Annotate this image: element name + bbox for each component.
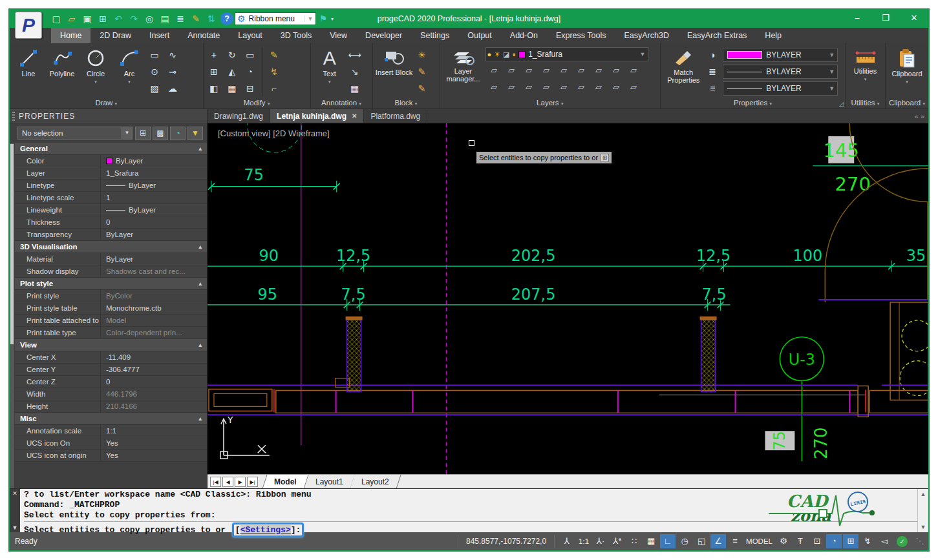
text-button[interactable]: A Text ▾ (314, 45, 346, 98)
modify-edit-icon[interactable]: ✎ (266, 47, 282, 63)
layer-tool-icon[interactable]: ▱ (520, 79, 538, 96)
linetype-combo[interactable]: BYLAYER ▼ (723, 65, 838, 79)
new-file-icon[interactable]: ▢ (50, 12, 63, 25)
maximize-button[interactable]: ❒ (871, 10, 900, 28)
panel-grip[interactable] (12, 112, 15, 121)
draw-tool-icon[interactable]: ☁ (165, 81, 180, 96)
group-label-clipboard[interactable]: Clipboard▾ (888, 98, 926, 109)
draw-tool-icon[interactable]: ⊙ (147, 64, 162, 79)
circle-button[interactable]: Circle ▾ (80, 45, 112, 98)
modify-tool-icon[interactable]: ⊞ (206, 64, 222, 79)
modify-tool-icon[interactable]: + (206, 47, 222, 63)
property-row[interactable]: Shadow display Shadows cast and rec... (15, 265, 207, 278)
layer-tool-icon[interactable]: ▱ (503, 79, 520, 96)
group-label-modify[interactable]: Modify▾ (206, 98, 308, 109)
section-header[interactable]: Misc ▴ (15, 413, 207, 425)
modify-tool-icon[interactable]: ◔ (242, 64, 258, 79)
property-row[interactable]: Color ByLayer (15, 155, 207, 167)
chevron-down-icon[interactable]: ▼ (826, 68, 837, 75)
section-header[interactable]: 3D Visualisation ▴ (15, 241, 207, 253)
group-label-properties[interactable]: Properties▾ (663, 98, 842, 109)
layer-tool-icon[interactable]: ▱ (520, 63, 538, 79)
save-all-icon[interactable]: ⊞ (96, 12, 109, 25)
scrollbar[interactable] (10, 143, 14, 488)
scroll-down-icon[interactable]: ▼ (921, 524, 926, 530)
property-row[interactable]: Height 210.4166 (15, 400, 207, 413)
chevron-down-icon[interactable]: ▼ (826, 85, 837, 92)
menu-tab[interactable]: Insert (140, 28, 178, 43)
property-tool-icon[interactable]: ≡ (705, 81, 720, 96)
group-label-block[interactable]: Block▾ (376, 98, 437, 109)
menu-tab[interactable]: Annotate (178, 28, 229, 43)
chevron-down-icon[interactable]: ▼ (826, 52, 837, 58)
minimize-button[interactable]: – (843, 10, 871, 28)
clean-screen-check-icon[interactable]: ✓ (897, 536, 908, 547)
layer-tool-icon[interactable]: ▱ (538, 63, 555, 79)
scroll-up-icon[interactable]: ▲ (921, 491, 926, 497)
collapse-icon[interactable]: ▴ (198, 143, 202, 154)
collapse-icon[interactable]: ▴ (198, 413, 202, 424)
property-row[interactable]: Thickness 0 (15, 216, 207, 229)
selection-combo[interactable]: No selection ▼ (17, 127, 133, 140)
group-label-draw[interactable]: Draw▾ (12, 98, 200, 109)
annotation-tool-icon[interactable]: ↘ (347, 64, 363, 79)
help-icon[interactable]: ? (220, 12, 233, 25)
layer-tool-icon[interactable]: ▱ (608, 63, 625, 79)
menu-tab[interactable]: Output (458, 28, 501, 43)
modify-edit-icon[interactable]: ⌐ (266, 81, 282, 96)
lineweight-combo[interactable]: BYLAYER ▼ (723, 81, 838, 96)
property-row[interactable]: Linetype scale 1 (15, 192, 207, 204)
property-row[interactable]: Print table type Color-dependent prin... (15, 327, 207, 339)
save-icon[interactable]: ▣ (81, 12, 94, 25)
tooltip-settings-icon[interactable]: ⊞ (601, 154, 609, 162)
layer-tool-icon[interactable]: ▱ (555, 79, 573, 96)
modify-edit-icon[interactable]: ↯ (266, 64, 282, 79)
layer-thaw-icon[interactable]: ☀ (494, 50, 500, 59)
section-header[interactable]: View ▴ (15, 339, 207, 351)
options-icon[interactable]: ≣ (174, 12, 187, 25)
layer-tool-icon[interactable]: ▱ (590, 79, 608, 96)
print-preview-icon[interactable]: ◎ (143, 12, 156, 25)
draw-tool-icon[interactable]: ⊸ (165, 64, 180, 79)
property-row[interactable]: Annotation scale 1:1 (15, 425, 207, 437)
layout-nav-button[interactable]: |◀ (210, 477, 221, 487)
layer-tool-icon[interactable]: ▱ (485, 79, 503, 96)
modify-tool-icon[interactable]: ▭ (242, 47, 258, 63)
settings-link[interactable]: <Settings> (240, 525, 291, 535)
command-history[interactable]: ? to list/Enter workspace name <CAD Clas… (20, 489, 917, 532)
layer-tool-icon[interactable]: ▱ (485, 63, 503, 79)
layer-tool-icon[interactable]: ▱ (608, 79, 625, 96)
layout-tab[interactable]: Layout2 (350, 475, 401, 489)
property-row[interactable]: Print table attached to Model (15, 315, 207, 327)
property-row[interactable]: Center X -11.409 (15, 351, 207, 364)
drawing-canvas[interactable]: 75 90 12,5 202,5 12,5 100 35 95 7,5 207,… (208, 123, 928, 474)
property-row[interactable]: Center Y -306.4777 (15, 364, 207, 376)
menu-tab[interactable]: Home (51, 28, 91, 43)
command-scrollbar[interactable]: ▲ ▼ (917, 489, 928, 532)
document-tab[interactable]: Platforma.dwg ✕ (364, 109, 427, 123)
viewport-label[interactable]: [Custom view] [2D Wireframe] (218, 129, 330, 138)
selection-tree-icon[interactable]: ⊞ (135, 127, 151, 140)
menu-tab[interactable]: Settings (411, 28, 458, 43)
polyline-button[interactable]: Polyline (46, 45, 78, 98)
chevron-down-icon[interactable]: ▼ (304, 16, 316, 22)
section-header[interactable]: Plot style ▴ (15, 278, 207, 290)
app-logo[interactable]: P (15, 12, 42, 39)
layer-tool-icon[interactable]: ▱ (573, 79, 590, 96)
tab-scroll-icons[interactable]: « » (911, 109, 928, 123)
layout-tab[interactable]: Layout1 (304, 475, 355, 489)
color-combo[interactable]: BYLAYER ▼ (723, 48, 838, 62)
layer-select-combo[interactable]: ● ☀ ◪ ∎ 1_Srafura ▼ (485, 47, 648, 61)
arc-button[interactable]: Arc ▾ (113, 45, 145, 98)
property-tool-icon[interactable]: ≣ (705, 64, 720, 79)
menu-tab[interactable]: Help (756, 28, 791, 43)
layout-nav-button[interactable]: ▶ (235, 477, 246, 487)
modify-tool-icon[interactable]: ↻ (224, 47, 240, 63)
filter-icon[interactable]: ▼ (187, 127, 203, 140)
property-row[interactable]: Layer 1_Srafura (15, 167, 207, 180)
menu-tab[interactable]: Express Tools (547, 28, 615, 43)
layer-tool-icon[interactable]: ▱ (625, 79, 643, 96)
layer-tool-icon[interactable]: ▱ (503, 63, 520, 79)
layer-tool-icon[interactable]: ▱ (538, 79, 555, 96)
select-entities-icon[interactable]: ▩ (153, 127, 168, 140)
